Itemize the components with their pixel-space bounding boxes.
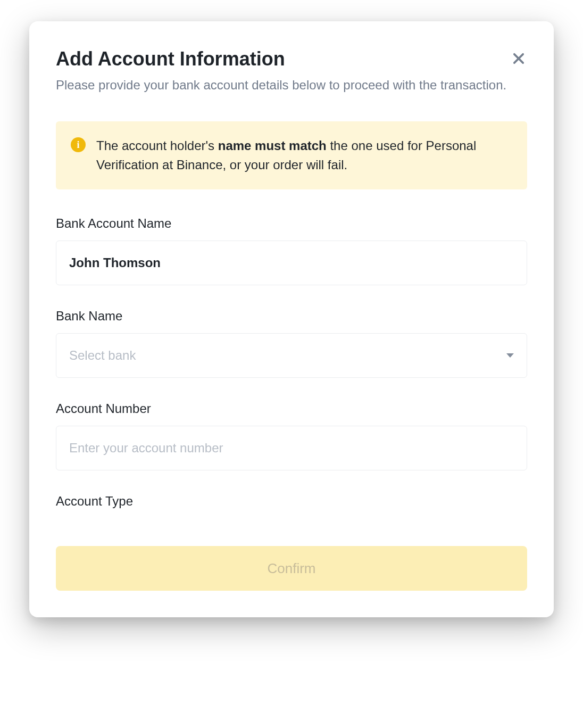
bank-name-group: Bank Name Select bank <box>56 309 527 378</box>
form-scroll-area: i The account holder's name must match t… <box>56 121 527 535</box>
bank-account-name-group: Bank Account Name <box>56 216 527 285</box>
account-number-label: Account Number <box>56 401 527 416</box>
account-type-group: Account Type <box>56 494 527 509</box>
info-icon: i <box>71 137 86 152</box>
bank-name-placeholder: Select bank <box>69 348 136 363</box>
warning-text: The account holder's name must match the… <box>96 136 512 175</box>
account-type-label: Account Type <box>56 494 527 509</box>
modal-title: Add Account Information <box>56 48 285 70</box>
close-icon[interactable] <box>510 50 527 67</box>
account-number-group: Account Number <box>56 401 527 470</box>
modal-header: Add Account Information <box>56 48 527 70</box>
bank-name-select[interactable]: Select bank <box>56 333 527 378</box>
bank-account-name-input[interactable] <box>56 241 527 285</box>
account-number-input[interactable] <box>56 426 527 470</box>
caret-down-icon <box>506 353 514 358</box>
confirm-button[interactable]: Confirm <box>56 546 527 591</box>
modal-subtitle: Please provide your bank account details… <box>56 76 527 95</box>
add-account-modal: Add Account Information Please provide y… <box>29 21 554 617</box>
bank-name-label: Bank Name <box>56 309 527 324</box>
warning-banner: i The account holder's name must match t… <box>56 121 527 189</box>
bank-account-name-label: Bank Account Name <box>56 216 527 231</box>
